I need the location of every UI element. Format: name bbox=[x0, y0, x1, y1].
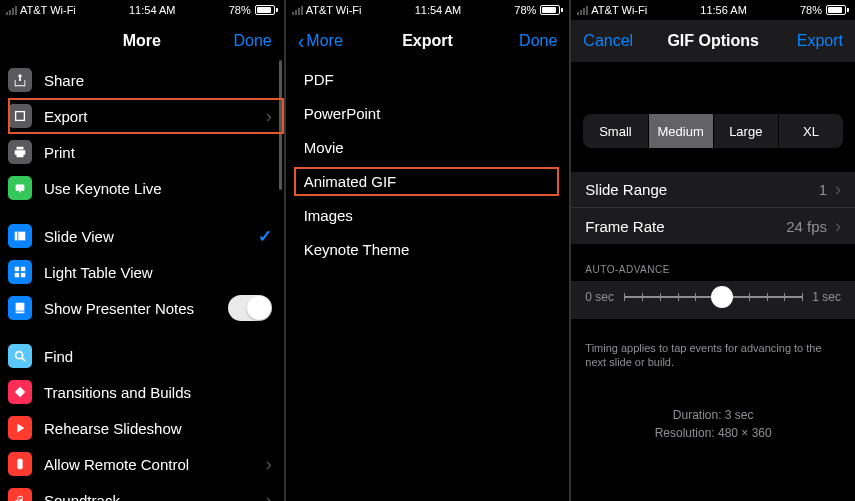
slider-knob[interactable] bbox=[711, 286, 733, 308]
row-label: Rehearse Slideshow bbox=[44, 420, 272, 437]
segment-small[interactable]: Small bbox=[583, 114, 648, 148]
svg-rect-10 bbox=[16, 312, 25, 314]
screen-more: AT&T Wi-Fi 11:54 AM 78% More Done Share … bbox=[0, 0, 284, 501]
more-menu-list: Share Export › Print Use Keynote Live Sl… bbox=[0, 62, 284, 501]
nav-bar: ‹ More Export Done bbox=[286, 20, 570, 62]
auto-advance-header: AUTO-ADVANCE bbox=[571, 244, 855, 281]
svg-rect-1 bbox=[16, 185, 25, 191]
battery-icon bbox=[540, 5, 563, 15]
page-title: More bbox=[123, 32, 161, 50]
battery-percent: 78% bbox=[514, 4, 536, 16]
status-time: 11:54 AM bbox=[415, 4, 461, 16]
svg-point-11 bbox=[16, 352, 23, 359]
checkmark-icon: ✓ bbox=[258, 226, 272, 247]
row-remote-control[interactable]: Allow Remote Control › bbox=[8, 446, 284, 482]
row-transitions[interactable]: Transitions and Builds bbox=[8, 374, 284, 410]
svg-rect-7 bbox=[15, 273, 19, 277]
row-pdf[interactable]: PDF bbox=[294, 62, 570, 96]
battery-percent: 78% bbox=[800, 4, 822, 16]
row-label: Use Keynote Live bbox=[44, 180, 272, 197]
settings-label: Frame Rate bbox=[585, 218, 786, 235]
status-time: 11:54 AM bbox=[129, 4, 175, 16]
carrier-label: AT&T Wi-Fi bbox=[591, 4, 647, 16]
battery-percent: 78% bbox=[229, 4, 251, 16]
row-slide-range[interactable]: Slide Range 1 › bbox=[571, 172, 855, 208]
chevron-left-icon: ‹ bbox=[298, 30, 305, 53]
row-powerpoint[interactable]: PowerPoint bbox=[294, 96, 570, 130]
nav-bar: Cancel GIF Options Export bbox=[571, 20, 855, 62]
back-button[interactable]: ‹ More bbox=[298, 30, 343, 53]
carrier-label: AT&T Wi-Fi bbox=[20, 4, 76, 16]
soundtrack-icon bbox=[8, 488, 32, 501]
footnote: Timing applies to tap events for advanci… bbox=[571, 319, 855, 370]
presenter-notes-toggle[interactable] bbox=[228, 295, 272, 321]
row-label: Movie bbox=[304, 139, 558, 156]
row-label: Export bbox=[44, 108, 266, 125]
signal-icon bbox=[577, 6, 588, 15]
screen-export: AT&T Wi-Fi 11:54 AM 78% ‹ More Export Do… bbox=[286, 0, 570, 501]
light-table-icon bbox=[8, 260, 32, 284]
row-presenter-notes[interactable]: Show Presenter Notes bbox=[8, 290, 284, 326]
slide-view-icon bbox=[8, 224, 32, 248]
done-button[interactable]: Done bbox=[233, 32, 271, 50]
keynote-live-icon bbox=[8, 176, 32, 200]
row-animated-gif[interactable]: Animated GIF bbox=[294, 164, 570, 198]
chevron-right-icon: › bbox=[266, 490, 272, 502]
share-icon bbox=[8, 68, 32, 92]
export-icon bbox=[8, 104, 32, 128]
row-frame-rate[interactable]: Frame Rate 24 fps › bbox=[571, 208, 855, 244]
row-label: Share bbox=[44, 72, 272, 89]
slider-max-label: 1 sec bbox=[812, 290, 841, 304]
row-label: Show Presenter Notes bbox=[44, 300, 228, 317]
row-print[interactable]: Print bbox=[8, 134, 284, 170]
duration-label: Duration: 3 sec bbox=[571, 406, 855, 424]
row-label: Images bbox=[304, 207, 558, 224]
status-bar: AT&T Wi-Fi 11:54 AM 78% bbox=[286, 0, 570, 20]
row-keynote-live[interactable]: Use Keynote Live bbox=[8, 170, 284, 206]
segment-xl[interactable]: XL bbox=[779, 114, 843, 148]
presenter-notes-icon bbox=[8, 296, 32, 320]
carrier-label: AT&T Wi-Fi bbox=[306, 4, 362, 16]
row-rehearse[interactable]: Rehearse Slideshow bbox=[8, 410, 284, 446]
row-share[interactable]: Share bbox=[8, 62, 284, 98]
row-label: Find bbox=[44, 348, 272, 365]
cancel-button[interactable]: Cancel bbox=[583, 32, 633, 50]
row-label: PDF bbox=[304, 71, 558, 88]
battery-icon bbox=[255, 5, 278, 15]
row-slide-view[interactable]: Slide View ✓ bbox=[8, 218, 284, 254]
auto-advance-slider-row: 0 sec 1 sec bbox=[571, 281, 855, 319]
size-segmented-control[interactable]: Small Medium Large XL bbox=[583, 114, 843, 148]
row-find[interactable]: Find bbox=[8, 338, 284, 374]
row-soundtrack[interactable]: Soundtrack › bbox=[8, 482, 284, 501]
row-movie[interactable]: Movie bbox=[294, 130, 570, 164]
row-images[interactable]: Images bbox=[294, 198, 570, 232]
svg-line-12 bbox=[22, 358, 26, 362]
svg-rect-0 bbox=[16, 112, 25, 121]
signal-icon bbox=[6, 6, 17, 15]
status-bar: AT&T Wi-Fi 11:54 AM 78% bbox=[0, 0, 284, 20]
status-time: 11:56 AM bbox=[700, 4, 746, 16]
auto-advance-slider[interactable] bbox=[624, 287, 802, 307]
row-export[interactable]: Export › bbox=[8, 98, 284, 134]
row-keynote-theme[interactable]: Keynote Theme bbox=[294, 232, 570, 266]
segment-large[interactable]: Large bbox=[714, 114, 779, 148]
row-label: Animated GIF bbox=[296, 169, 558, 194]
svg-rect-8 bbox=[21, 273, 25, 277]
chevron-right-icon: › bbox=[835, 179, 841, 200]
row-label: Slide View bbox=[44, 228, 258, 245]
segment-medium[interactable]: Medium bbox=[649, 114, 714, 148]
row-label: Light Table View bbox=[44, 264, 272, 281]
slider-min-label: 0 sec bbox=[585, 290, 614, 304]
settings-group: Slide Range 1 › Frame Rate 24 fps › bbox=[571, 172, 855, 244]
done-button[interactable]: Done bbox=[519, 32, 557, 50]
row-light-table-view[interactable]: Light Table View bbox=[8, 254, 284, 290]
remote-icon bbox=[8, 452, 32, 476]
export-button[interactable]: Export bbox=[797, 32, 843, 50]
chevron-right-icon: › bbox=[835, 216, 841, 237]
row-label: Keynote Theme bbox=[304, 241, 558, 258]
row-label: Soundtrack bbox=[44, 492, 266, 502]
rehearse-icon bbox=[8, 416, 32, 440]
screen-gif-options: AT&T Wi-Fi 11:56 AM 78% Cancel GIF Optio… bbox=[571, 0, 855, 501]
resolution-label: Resolution: 480 × 360 bbox=[571, 424, 855, 442]
svg-rect-6 bbox=[21, 267, 25, 271]
